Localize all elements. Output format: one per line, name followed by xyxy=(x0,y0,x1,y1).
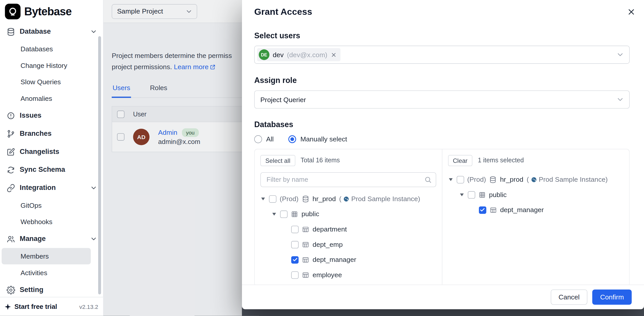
sidebar-item-label: Change History xyxy=(21,62,67,69)
sidebar-item-change-history[interactable]: Change History xyxy=(0,57,103,74)
filter-input-wrap xyxy=(260,172,436,187)
caret-down-icon[interactable] xyxy=(272,211,277,217)
sidebar-item-label: Manage xyxy=(20,235,46,243)
sidebar-item-setting[interactable]: Setting xyxy=(0,281,103,299)
link-icon xyxy=(7,184,15,192)
sidebar-item-sync-schema[interactable]: Sync Schema xyxy=(0,161,103,179)
radio-all[interactable]: All xyxy=(254,135,274,143)
node-label: public xyxy=(489,191,507,199)
chevron-down-icon xyxy=(90,28,97,35)
tree-node-schema[interactable]: public xyxy=(448,187,624,202)
sidebar-item-activities[interactable]: Activities xyxy=(0,264,103,281)
chevron-down-icon xyxy=(90,184,97,192)
table-icon xyxy=(490,206,497,214)
database-icon xyxy=(489,176,497,183)
node-label: hr_prod xyxy=(500,176,523,184)
brand-name: Bytebase xyxy=(24,5,72,18)
git-branch-icon xyxy=(7,129,15,138)
sidebar-item-label: Webhooks xyxy=(21,218,53,226)
radio-manual-label: Manually select xyxy=(300,135,347,143)
select-users-label: Select users xyxy=(254,31,629,40)
tree-node-database[interactable]: (Prod) hr_prod ( Prod Sample Instance) xyxy=(260,191,436,206)
users-select[interactable]: DE dev (dev@x.com) xyxy=(254,46,629,64)
sidebar-scrollbar[interactable] xyxy=(98,36,101,295)
sidebar-item-label: Activities xyxy=(21,269,47,277)
node-checkbox[interactable] xyxy=(468,191,475,198)
radio-icon[interactable] xyxy=(254,135,262,143)
node-checkbox[interactable] xyxy=(291,241,299,248)
sidebar-item-label: Branches xyxy=(20,129,51,138)
node-checkbox[interactable] xyxy=(457,176,464,183)
sidebar-item-webhooks[interactable]: Webhooks xyxy=(0,213,103,230)
sidebar: Bytebase Database Databases Change Histo… xyxy=(0,0,104,316)
sidebar-item-label: Issues xyxy=(20,112,41,120)
cancel-button[interactable]: Cancel xyxy=(551,289,587,305)
close-icon[interactable] xyxy=(626,7,637,17)
grant-access-modal: Grant Access Select users DE dev (dev@x.… xyxy=(242,0,644,309)
table-icon xyxy=(302,226,309,233)
sidebar-item-members[interactable]: Members xyxy=(2,248,91,264)
sidebar-item-changelists[interactable]: Changelists xyxy=(0,143,103,161)
start-free-trial-link[interactable]: Start free trial xyxy=(14,303,57,310)
filter-input[interactable] xyxy=(266,176,424,184)
caret-down-icon[interactable] xyxy=(459,192,464,197)
table-icon xyxy=(302,241,309,248)
sidebar-item-label: Sync Schema xyxy=(20,166,65,174)
sidebar-item-manage[interactable]: Manage xyxy=(0,230,103,248)
sidebar-item-anomalies[interactable]: Anomalies xyxy=(0,90,103,106)
sidebar-nav: Database Databases Change History Slow Q… xyxy=(0,22,103,299)
transfer-source-pane: Select all Total 16 items (Prod) xyxy=(255,149,442,285)
role-select[interactable]: Project Querier xyxy=(254,90,629,108)
sidebar-item-label: Integration xyxy=(20,184,56,192)
node-label: employee xyxy=(313,271,342,279)
caret-placeholder xyxy=(470,207,475,213)
tree-node-database[interactable]: (Prod) hr_prod ( Prod Sample Instance) xyxy=(448,172,624,187)
select-all-button[interactable]: Select all xyxy=(260,155,295,166)
node-checkbox[interactable] xyxy=(291,226,299,233)
gear-icon xyxy=(7,286,15,294)
table-icon xyxy=(302,271,309,278)
sidebar-footer: Start free trial v2.13.2 xyxy=(0,297,103,316)
tree-node-schema[interactable]: public xyxy=(260,206,436,222)
sidebar-item-databases[interactable]: Databases xyxy=(0,41,103,57)
tree-node-table[interactable]: employee xyxy=(260,267,436,283)
sidebar-item-database[interactable]: Database xyxy=(0,23,103,41)
caret-down-icon[interactable] xyxy=(448,177,453,182)
radio-checked-icon[interactable] xyxy=(288,135,296,143)
chip-user-email: (dev@x.com) xyxy=(287,51,327,59)
sidebar-item-gitops[interactable]: GitOps xyxy=(0,197,103,213)
node-checkbox-checked[interactable] xyxy=(291,256,299,263)
database-icon xyxy=(7,27,15,36)
sidebar-item-label: Slow Queries xyxy=(21,78,61,86)
modal-title: Grant Access xyxy=(254,7,312,17)
tree-node-table[interactable]: department xyxy=(260,222,436,237)
users-icon xyxy=(7,235,15,243)
confirm-button[interactable]: Confirm xyxy=(592,289,632,305)
remove-chip-icon[interactable] xyxy=(331,52,337,58)
sidebar-item-label: Database xyxy=(20,28,51,36)
chevron-down-icon xyxy=(616,51,624,59)
clear-button[interactable]: Clear xyxy=(448,155,472,166)
sidebar-item-branches[interactable]: Branches xyxy=(0,125,103,143)
sidebar-item-integration[interactable]: Integration xyxy=(0,179,103,197)
node-checkbox[interactable] xyxy=(280,210,288,218)
database-scope-radios: All Manually select xyxy=(254,135,629,143)
radio-manually-select[interactable]: Manually select xyxy=(288,135,347,143)
node-checkbox-checked[interactable] xyxy=(479,206,486,214)
modal-header: Grant Access xyxy=(242,0,644,18)
node-checkbox[interactable] xyxy=(291,271,299,278)
tree-node-table[interactable]: dept_emp xyxy=(260,237,436,252)
sidebar-item-issues[interactable]: Issues xyxy=(0,106,103,125)
bytebase-logo-icon xyxy=(5,4,20,19)
caret-placeholder xyxy=(282,257,288,262)
table-icon xyxy=(302,256,309,263)
caret-down-icon[interactable] xyxy=(260,196,266,201)
tree-node-table[interactable]: dept_manager xyxy=(260,252,436,268)
sparkle-icon xyxy=(4,303,11,310)
schema-icon xyxy=(291,210,298,218)
sidebar-item-slow-queries[interactable]: Slow Queries xyxy=(0,74,103,90)
environment-label: (Prod) xyxy=(467,176,486,184)
node-checkbox[interactable] xyxy=(269,195,276,202)
sidebar-item-label: Databases xyxy=(21,45,53,53)
tree-node-table[interactable]: dept_manager xyxy=(448,202,624,218)
